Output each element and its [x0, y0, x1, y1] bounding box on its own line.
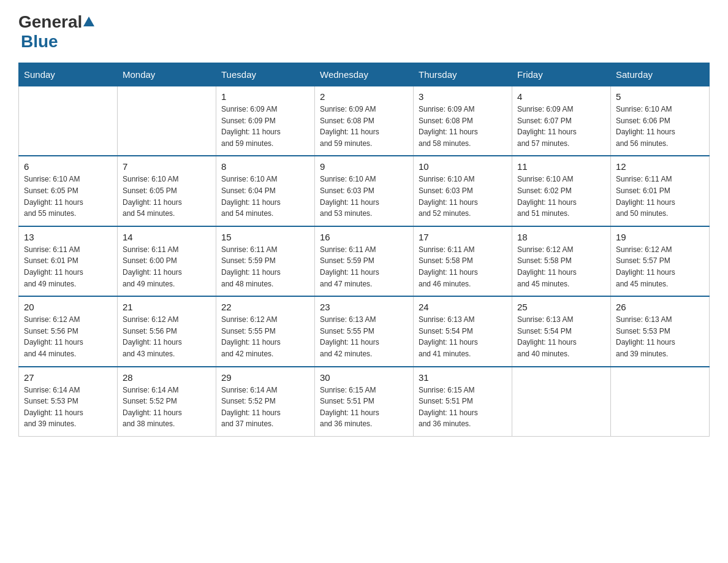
logo-blue: Blue — [21, 32, 58, 52]
day-info: Sunrise: 6:10 AM Sunset: 6:05 PM Dayligh… — [123, 174, 211, 219]
calendar-cell: 14Sunrise: 6:11 AM Sunset: 6:00 PM Dayli… — [118, 226, 216, 296]
day-number: 31 — [419, 372, 507, 383]
calendar-cell: 27Sunrise: 6:14 AM Sunset: 5:53 PM Dayli… — [19, 367, 118, 437]
calendar-cell: 20Sunrise: 6:12 AM Sunset: 5:56 PM Dayli… — [19, 296, 118, 366]
calendar-cell: 17Sunrise: 6:11 AM Sunset: 5:58 PM Dayli… — [414, 226, 512, 296]
calendar-cell: 23Sunrise: 6:13 AM Sunset: 5:55 PM Dayli… — [315, 296, 414, 366]
calendar-cell: 19Sunrise: 6:12 AM Sunset: 5:57 PM Dayli… — [611, 226, 710, 296]
calendar-cell: 25Sunrise: 6:13 AM Sunset: 5:54 PM Dayli… — [512, 296, 611, 366]
day-number: 28 — [123, 372, 211, 383]
day-number: 13 — [24, 232, 112, 242]
calendar-cell: 15Sunrise: 6:11 AM Sunset: 5:59 PM Dayli… — [216, 226, 315, 296]
day-info: Sunrise: 6:12 AM Sunset: 5:58 PM Dayligh… — [517, 244, 605, 289]
calendar-cell: 12Sunrise: 6:11 AM Sunset: 6:01 PM Dayli… — [611, 156, 710, 226]
calendar-cell: 4Sunrise: 6:09 AM Sunset: 6:07 PM Daylig… — [512, 86, 611, 156]
day-info: Sunrise: 6:14 AM Sunset: 5:52 PM Dayligh… — [221, 385, 309, 430]
day-info: Sunrise: 6:11 AM Sunset: 6:01 PM Dayligh… — [616, 174, 704, 219]
day-number: 7 — [123, 161, 211, 172]
svg-marker-0 — [83, 17, 94, 26]
week-row-1: 1Sunrise: 6:09 AM Sunset: 6:09 PM Daylig… — [19, 86, 710, 156]
day-info: Sunrise: 6:12 AM Sunset: 5:56 PM Dayligh… — [24, 314, 112, 359]
week-row-5: 27Sunrise: 6:14 AM Sunset: 5:53 PM Dayli… — [19, 367, 710, 437]
day-info: Sunrise: 6:12 AM Sunset: 5:56 PM Dayligh… — [123, 314, 211, 359]
day-info: Sunrise: 6:09 AM Sunset: 6:09 PM Dayligh… — [221, 104, 309, 149]
day-info: Sunrise: 6:13 AM Sunset: 5:54 PM Dayligh… — [517, 314, 605, 359]
day-number: 15 — [221, 232, 309, 242]
weekday-header-thursday: Thursday — [414, 63, 512, 86]
calendar-cell: 13Sunrise: 6:11 AM Sunset: 6:01 PM Dayli… — [19, 226, 118, 296]
day-number: 30 — [320, 372, 408, 383]
day-number: 27 — [24, 372, 112, 383]
day-number: 25 — [517, 302, 605, 312]
calendar-cell: 28Sunrise: 6:14 AM Sunset: 5:52 PM Dayli… — [118, 367, 216, 437]
day-number: 24 — [419, 302, 507, 312]
day-info: Sunrise: 6:12 AM Sunset: 5:57 PM Dayligh… — [616, 244, 704, 289]
day-info: Sunrise: 6:10 AM Sunset: 6:05 PM Dayligh… — [24, 174, 112, 219]
week-row-4: 20Sunrise: 6:12 AM Sunset: 5:56 PM Dayli… — [19, 296, 710, 366]
calendar-cell — [19, 86, 118, 156]
calendar-cell: 22Sunrise: 6:12 AM Sunset: 5:55 PM Dayli… — [216, 296, 315, 366]
calendar-cell — [611, 367, 710, 437]
day-number: 18 — [517, 232, 605, 242]
calendar-cell: 18Sunrise: 6:12 AM Sunset: 5:58 PM Dayli… — [512, 226, 611, 296]
day-number: 3 — [419, 91, 507, 102]
calendar-cell: 2Sunrise: 6:09 AM Sunset: 6:08 PM Daylig… — [315, 86, 414, 156]
calendar-cell: 31Sunrise: 6:15 AM Sunset: 5:51 PM Dayli… — [414, 367, 512, 437]
weekday-header-friday: Friday — [512, 63, 611, 86]
day-number: 10 — [419, 161, 507, 172]
day-info: Sunrise: 6:13 AM Sunset: 5:55 PM Dayligh… — [320, 314, 408, 359]
day-info: Sunrise: 6:15 AM Sunset: 5:51 PM Dayligh… — [419, 385, 507, 430]
day-info: Sunrise: 6:10 AM Sunset: 6:02 PM Dayligh… — [517, 174, 605, 219]
weekday-header-saturday: Saturday — [611, 63, 710, 86]
day-info: Sunrise: 6:09 AM Sunset: 6:08 PM Dayligh… — [419, 104, 507, 149]
day-info: Sunrise: 6:10 AM Sunset: 6:04 PM Dayligh… — [221, 174, 309, 219]
day-info: Sunrise: 6:10 AM Sunset: 6:03 PM Dayligh… — [419, 174, 507, 219]
logo-triangle-icon — [82, 15, 96, 29]
weekday-header-wednesday: Wednesday — [315, 63, 414, 86]
calendar-cell: 30Sunrise: 6:15 AM Sunset: 5:51 PM Dayli… — [315, 367, 414, 437]
day-number: 23 — [320, 302, 408, 312]
calendar-cell: 29Sunrise: 6:14 AM Sunset: 5:52 PM Dayli… — [216, 367, 315, 437]
calendar-cell: 8Sunrise: 6:10 AM Sunset: 6:04 PM Daylig… — [216, 156, 315, 226]
day-info: Sunrise: 6:10 AM Sunset: 6:03 PM Dayligh… — [320, 174, 408, 219]
day-number: 4 — [517, 91, 605, 102]
day-number: 16 — [320, 232, 408, 242]
day-number: 19 — [616, 232, 704, 242]
day-number: 21 — [123, 302, 211, 312]
header: GeneralBlue — [18, 12, 710, 52]
day-info: Sunrise: 6:11 AM Sunset: 6:00 PM Dayligh… — [123, 244, 211, 289]
calendar-cell: 26Sunrise: 6:13 AM Sunset: 5:53 PM Dayli… — [611, 296, 710, 366]
logo: GeneralBlue — [18, 12, 96, 52]
day-number: 14 — [123, 232, 211, 242]
calendar-cell: 21Sunrise: 6:12 AM Sunset: 5:56 PM Dayli… — [118, 296, 216, 366]
day-info: Sunrise: 6:11 AM Sunset: 5:58 PM Dayligh… — [419, 244, 507, 289]
logo-general: General — [18, 12, 82, 32]
day-number: 8 — [221, 161, 309, 172]
day-info: Sunrise: 6:09 AM Sunset: 6:07 PM Dayligh… — [517, 104, 605, 149]
weekday-header-tuesday: Tuesday — [216, 63, 315, 86]
calendar-cell: 10Sunrise: 6:10 AM Sunset: 6:03 PM Dayli… — [414, 156, 512, 226]
calendar-cell — [118, 86, 216, 156]
day-number: 1 — [221, 91, 309, 102]
calendar-cell: 3Sunrise: 6:09 AM Sunset: 6:08 PM Daylig… — [414, 86, 512, 156]
day-info: Sunrise: 6:14 AM Sunset: 5:52 PM Dayligh… — [123, 385, 211, 430]
day-number: 9 — [320, 161, 408, 172]
day-info: Sunrise: 6:10 AM Sunset: 6:06 PM Dayligh… — [616, 104, 704, 149]
calendar-cell: 5Sunrise: 6:10 AM Sunset: 6:06 PM Daylig… — [611, 86, 710, 156]
day-info: Sunrise: 6:12 AM Sunset: 5:55 PM Dayligh… — [221, 314, 309, 359]
weekday-header-monday: Monday — [118, 63, 216, 86]
calendar-cell: 6Sunrise: 6:10 AM Sunset: 6:05 PM Daylig… — [19, 156, 118, 226]
calendar-table: SundayMondayTuesdayWednesdayThursdayFrid… — [18, 63, 710, 437]
day-number: 22 — [221, 302, 309, 312]
day-number: 17 — [419, 232, 507, 242]
calendar-header: SundayMondayTuesdayWednesdayThursdayFrid… — [19, 63, 710, 86]
day-info: Sunrise: 6:11 AM Sunset: 6:01 PM Dayligh… — [24, 244, 112, 289]
day-info: Sunrise: 6:11 AM Sunset: 5:59 PM Dayligh… — [320, 244, 408, 289]
day-number: 5 — [616, 91, 704, 102]
calendar-cell: 24Sunrise: 6:13 AM Sunset: 5:54 PM Dayli… — [414, 296, 512, 366]
week-row-2: 6Sunrise: 6:10 AM Sunset: 6:05 PM Daylig… — [19, 156, 710, 226]
day-number: 29 — [221, 372, 309, 383]
day-number: 2 — [320, 91, 408, 102]
day-info: Sunrise: 6:14 AM Sunset: 5:53 PM Dayligh… — [24, 385, 112, 430]
day-info: Sunrise: 6:15 AM Sunset: 5:51 PM Dayligh… — [320, 385, 408, 430]
